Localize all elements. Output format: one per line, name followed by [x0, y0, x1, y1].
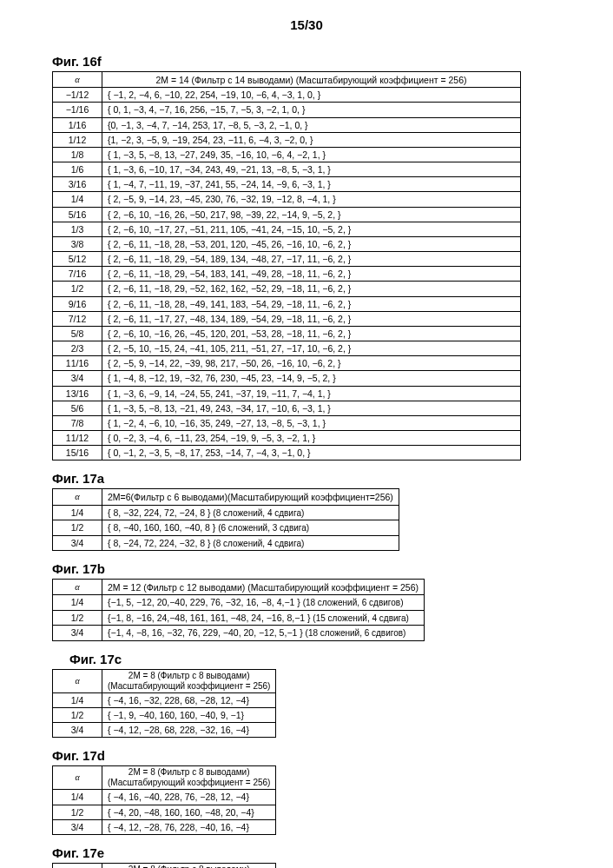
alpha-cell: 3/4 — [53, 626, 102, 641]
table-row: −1/12{ −1, 2, −4, 6, −10, 22, 254, −19, … — [53, 88, 521, 103]
table-row: 7/12{ 2, −6, 11, −17, 27, −48, 134, 189,… — [53, 311, 521, 326]
fig17c-header: 2M = 8 (Фильтр с 8 выводами)(Масштабирую… — [102, 669, 276, 692]
alpha-cell: −1/16 — [53, 103, 102, 117]
table-row: 1/4{ −4, 16, −32, 228, 68, −28, 12, −4} — [53, 692, 276, 707]
table-row: 3/4{ 8, −24, 72, 224, −32, 8 } (8 сложен… — [53, 535, 399, 551]
coef-cell: { −4, 12, −28, 76, 228, −40, 16, −4} — [102, 819, 276, 834]
alpha-cell: 5/8 — [53, 326, 102, 341]
alpha-header: α — [75, 492, 80, 501]
coef-cell: { 0, −2, 3, −4, 6, −11, 23, 254, −19, 9,… — [102, 431, 521, 446]
coef-cell: {1, −2, 3, −5, 9, −19, 254, 23, −11, 6, … — [102, 132, 521, 147]
coef-cell: { −4, 16, −32, 228, 68, −28, 12, −4} — [102, 692, 276, 707]
alpha-cell: 15/16 — [53, 446, 102, 461]
table-row: 3/4{ −4, 12, −28, 76, 228, −40, 16, −4} — [53, 819, 276, 834]
coef-cell: { 8, −40, 160, 160, −40, 8 } (6 сложений… — [102, 520, 399, 536]
fig17e-table: α 2M = 8 (Фильтр с 8 выводами)(Масштабир… — [52, 863, 276, 868]
fig17a-label: Фиг. 17a — [52, 471, 561, 486]
coef-cell: { −4, 20, −48, 160, 160, −48, 20, −4} — [102, 805, 276, 819]
table-row: 2/3{ 2, −5, 10, −15, 24, −41, 105, 211, … — [53, 341, 521, 356]
alpha-header: α — [75, 676, 79, 686]
coef-cell: { 2, −6, 11, −17, 27, −48, 134, 189, −54… — [102, 311, 521, 326]
alpha-cell: 5/16 — [53, 207, 102, 222]
page-number: 15/30 — [52, 17, 561, 32]
table-row: 5/8{ 2, −6, 10, −16, 26, −45, 120, 201, … — [53, 326, 521, 341]
coef-cell: { 0, −1, 2, −3, 5, −8, 17, 253, −14, 7, … — [102, 446, 521, 461]
coef-cell: { −1, 9, −40, 160, 160, −40, 9, −1} — [102, 707, 276, 722]
coef-cell: { 1, −4, 8, −12, 19, −32, 76, 230, −45, … — [102, 371, 521, 386]
coef-cell: { 2, −5, 9, −14, 23, −45, 230, 76, −32, … — [102, 192, 521, 207]
fig16f-header: 2M = 14 (Фильтр с 14 выводами) (Масштаби… — [102, 72, 521, 88]
alpha-cell: 3/4 — [53, 535, 102, 551]
table-row: 1/3{ 2, −6, 10, −17, 27, −51, 211, 105, … — [53, 222, 521, 236]
table-row: 11/12{ 0, −2, 3, −4, 6, −11, 23, 254, −1… — [53, 431, 521, 446]
fig17b-table: α 2M = 12 (Фильтр с 12 выводами) (Масшта… — [52, 579, 425, 641]
coef-cell: { −4, 12, −28, 68, 228, −32, 16, −4} — [102, 723, 276, 738]
table-row: 9/16{ 2, −6, 11, −18, 28, −49, 141, 183,… — [53, 296, 521, 311]
alpha-cell: 13/16 — [53, 386, 102, 401]
alpha-cell: 11/16 — [53, 356, 102, 371]
table-row: 1/8{ 1, −3, 5, −8, 13, −27, 249, 35, −16… — [53, 147, 521, 162]
alpha-header: α — [75, 772, 79, 782]
coef-cell: { 2, −6, 11, −18, 28, −53, 201, 120, −45… — [102, 236, 521, 251]
alpha-cell: 1/6 — [53, 162, 102, 177]
alpha-cell: 1/2 — [53, 520, 102, 536]
fig17a-table: α 2M=6(Фильтр с 6 выводами)(Масштабирующ… — [52, 488, 399, 551]
table-row: 1/2{ −1, 9, −40, 160, 160, −40, 9, −1} — [53, 707, 276, 722]
alpha-cell: 1/2 — [53, 282, 102, 296]
alpha-cell: 7/16 — [53, 267, 102, 282]
coef-cell: { 1, −3, 6, −9, 14, −24, 55, 241, −37, 1… — [102, 386, 521, 401]
table-row: 1/2{ 2, −6, 11, −18, 29, −52, 162, 162, … — [53, 282, 521, 296]
alpha-cell: 1/12 — [53, 132, 102, 147]
table-row: 5/16{ 2, −6, 10, −16, 26, −50, 217, 98, … — [53, 207, 521, 222]
fig17c-label: Фиг. 17c — [52, 652, 561, 666]
alpha-cell: 1/16 — [53, 117, 102, 132]
coef-cell: { 2, −6, 11, −18, 29, −54, 183, 141, −49… — [102, 267, 521, 282]
coef-cell: { 1, −4, 7, −11, 19, −37, 241, 55, −24, … — [102, 177, 521, 192]
table-row: 1/16{0, −1, 3, −4, 7, −14, 253, 17, −8, … — [53, 117, 521, 132]
coef-cell: {−1, 4, −8, 16, −32, 76, 229, −40, 20, −… — [102, 626, 425, 641]
alpha-cell: 1/4 — [53, 692, 102, 707]
alpha-cell: 3/8 — [53, 236, 102, 251]
table-row: 1/4{ 8, −32, 224, 72, −24, 8 } (8 сложен… — [53, 505, 399, 520]
fig17d-table: α 2M = 8 (Фильтр с 8 выводами)(Масштабир… — [52, 765, 276, 835]
alpha-cell: 1/4 — [53, 790, 102, 805]
table-row: 1/4{ 2, −5, 9, −14, 23, −45, 230, 76, −3… — [53, 192, 521, 207]
alpha-cell: 1/2 — [53, 610, 102, 626]
coef-cell: { 2, −6, 11, −18, 29, −52, 162, 162, −52… — [102, 282, 521, 296]
coef-cell: { 1, −3, 5, −8, 13, −21, 49, 243, −34, 1… — [102, 401, 521, 415]
table-row: 5/12{ 2, −6, 11, −18, 29, −54, 189, 134,… — [53, 252, 521, 267]
table-row: 3/16{ 1, −4, 7, −11, 19, −37, 241, 55, −… — [53, 177, 521, 192]
coef-cell: { 2, −6, 10, −16, 26, −50, 217, 98, −39,… — [102, 207, 521, 222]
coef-cell: { 2, −5, 10, −15, 24, −41, 105, 211, −51… — [102, 341, 521, 356]
alpha-cell: −1/12 — [53, 88, 102, 103]
table-row: 3/8{ 2, −6, 11, −18, 28, −53, 201, 120, … — [53, 236, 521, 251]
table-row: 1/12{1, −2, 3, −5, 9, −19, 254, 23, −11,… — [53, 132, 521, 147]
fig16f-table: α 2M = 14 (Фильтр с 14 выводами) (Масшта… — [52, 71, 521, 461]
fig17c-table: α 2M = 8 (Фильтр с 8 выводами)(Масштабир… — [52, 669, 276, 739]
fig17b-header: 2M = 12 (Фильтр с 12 выводами) (Масштаби… — [102, 580, 425, 595]
coef-cell: {−1, 5, −12, 20,−40, 229, 76, −32, 16, −… — [102, 595, 425, 611]
table-row: 5/6{ 1, −3, 5, −8, 13, −21, 49, 243, −34… — [53, 401, 521, 415]
alpha-cell: 9/16 — [53, 296, 102, 311]
coef-cell: { 2, −6, 11, −18, 29, −54, 189, 134, −48… — [102, 252, 521, 267]
alpha-cell: 1/4 — [53, 192, 102, 207]
fig17a-header: 2M=6(Фильтр с 6 выводами)(Масштабирующий… — [102, 489, 399, 505]
alpha-header: α — [75, 75, 80, 84]
alpha-cell: 1/3 — [53, 222, 102, 236]
coef-cell: { 2, −6, 11, −18, 28, −49, 141, 183, −54… — [102, 296, 521, 311]
fig17b-label: Фиг. 17b — [52, 561, 561, 576]
coef-cell: {0, −1, 3, −4, 7, −14, 253, 17, −8, 5, −… — [102, 117, 521, 132]
table-row: 1/2{−1, 8, −16, 24,−48, 161, 161, −48, 2… — [53, 610, 425, 626]
table-row: 3/4{−1, 4, −8, 16, −32, 76, 229, −40, 20… — [53, 626, 425, 641]
alpha-cell: 1/2 — [53, 805, 102, 819]
table-row: 1/2{ −4, 20, −48, 160, 160, −48, 20, −4} — [53, 805, 276, 819]
table-row: −1/16{ 0, 1, −3, 4, −7, 16, 256, −15, 7,… — [53, 103, 521, 117]
coef-cell: { 1, −3, 6, −10, 17, −34, 243, 49, −21, … — [102, 162, 521, 177]
table-row: 1/4{ −4, 16, −40, 228, 76, −28, 12, −4} — [53, 790, 276, 805]
alpha-cell: 3/16 — [53, 177, 102, 192]
alpha-cell: 3/4 — [53, 371, 102, 386]
fig17d-header: 2M = 8 (Фильтр с 8 выводами)(Масштабирую… — [102, 766, 276, 790]
table-row: 15/16{ 0, −1, 2, −3, 5, −8, 17, 253, −14… — [53, 446, 521, 461]
alpha-cell: 5/6 — [53, 401, 102, 415]
alpha-cell: 3/4 — [53, 819, 102, 834]
